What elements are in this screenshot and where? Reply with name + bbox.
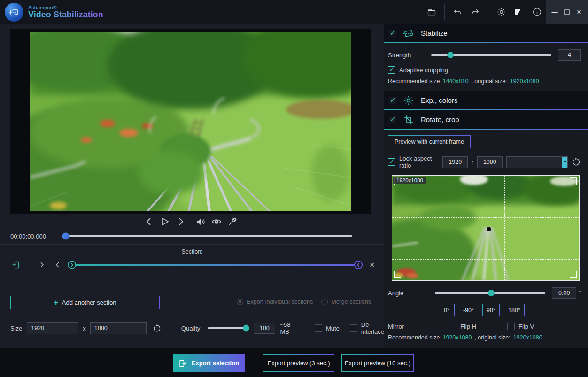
angle-slider[interactable] — [435, 292, 545, 294]
section-nudge-back[interactable] — [53, 260, 63, 270]
settings-gear-icon[interactable] — [492, 0, 510, 24]
strength-row: Strength — [388, 49, 581, 61]
rotate-minus90-button[interactable]: -90° — [459, 304, 478, 316]
recommended-size-link[interactable]: 1920x1080 — [442, 334, 472, 341]
lock-aspect-checkbox[interactable]: Lock aspect ratio — [388, 155, 439, 169]
section-nudge-forward[interactable] — [37, 260, 47, 270]
ratio-width-field[interactable] — [442, 156, 468, 168]
stabilize-section-header[interactable]: Stabilize — [384, 24, 588, 42]
section-label: Section: — [0, 248, 384, 255]
crop-icon — [402, 114, 415, 125]
close-icon[interactable]: ✕ — [573, 0, 585, 24]
section-start-handle[interactable]: ❯ — [68, 261, 76, 269]
info-icon[interactable] — [528, 0, 546, 24]
rotate-180-button[interactable]: 180° — [504, 304, 525, 316]
stabilize-enabled-checkbox[interactable] — [389, 30, 396, 37]
width-field[interactable] — [27, 322, 78, 334]
size-separator: x — [83, 325, 86, 332]
redo-icon[interactable] — [466, 0, 484, 24]
output-settings-row: Size x Quality ~58 MB Mute De-interlace — [0, 321, 384, 335]
checkbox-icon — [449, 323, 456, 330]
titlebar: Ashampoo® Video Stabilization — [0, 0, 588, 24]
app-window: Ashampoo® Video Stabilization — [0, 0, 588, 377]
ratio-height-field[interactable] — [477, 156, 503, 168]
strength-slider[interactable] — [431, 54, 551, 56]
app-logo: Ashampoo® Video Stabilization — [0, 3, 103, 22]
aspect-preset-dropdown[interactable] — [506, 156, 568, 168]
reset-aspect-icon[interactable] — [572, 157, 581, 167]
rotate-90-button[interactable]: 90° — [482, 304, 500, 316]
exp-colors-enabled-checkbox[interactable] — [389, 97, 396, 104]
crop-preview[interactable]: 1920x1080 — [392, 175, 580, 281]
export-selection-button[interactable]: Export selection — [173, 354, 245, 372]
mute-checkbox[interactable]: Mute — [315, 324, 340, 332]
export-preview-3-button[interactable]: Export preview (3 sec.) — [263, 354, 334, 372]
preview-panel: 00:00:00.000 Section: — [0, 24, 384, 348]
folder-icon[interactable] — [423, 0, 441, 24]
original-size-link[interactable]: 1920x1080 — [513, 334, 542, 341]
strength-value-field[interactable] — [558, 49, 581, 61]
original-size-link[interactable]: 1920x1080 — [510, 78, 539, 85]
stabilize-recommended-row: Recommended size 1440x810 , original siz… — [388, 78, 581, 85]
recommended-size-label: Recommended size — [388, 334, 440, 341]
app-title: Video Stabilization — [28, 10, 103, 19]
add-section-button[interactable]: + Add another section — [10, 296, 160, 309]
rotate-crop-enabled-checkbox[interactable] — [389, 116, 396, 123]
deinterlace-checkbox[interactable]: De-interlace — [350, 321, 384, 335]
export-preview-10-button[interactable]: Export preview (10 sec.) — [341, 354, 414, 372]
checkbox-icon — [350, 324, 357, 332]
rotate-0-button[interactable]: 0° — [439, 304, 455, 316]
recommended-size-link[interactable]: 1440x810 — [442, 78, 468, 85]
checkbox-icon — [388, 158, 395, 166]
undo-icon[interactable] — [449, 0, 466, 24]
quality-slider[interactable] — [208, 327, 248, 329]
theme-toggle-icon[interactable] — [510, 0, 528, 24]
radio-merge-sections[interactable]: Merge sections — [321, 299, 371, 305]
timeline-slider[interactable] — [63, 235, 352, 237]
flip-v-checkbox[interactable]: Flip V — [507, 323, 555, 330]
flip-h-checkbox[interactable]: Flip H — [449, 323, 497, 330]
app-logo-icon — [5, 3, 23, 22]
timeline-row: 00:00:00.000 — [0, 229, 384, 243]
section-mode-radios: Export individual sections Merge section… — [237, 299, 371, 305]
video-stage — [10, 29, 371, 214]
video-preview[interactable] — [30, 32, 351, 211]
dropdown-caret-icon[interactable] — [562, 157, 567, 168]
toolbar-separator — [444, 4, 445, 20]
playback-controls — [10, 214, 371, 230]
rotate-crop-title: Rotate, crop — [421, 115, 459, 123]
maximize-icon[interactable] — [561, 0, 573, 24]
section-range-slider[interactable]: ❯ ❮ — [68, 261, 363, 269]
strength-thumb[interactable] — [447, 52, 454, 58]
exp-colors-section-header[interactable]: Exp., colors — [384, 91, 588, 109]
step-forward-icon[interactable] — [175, 215, 187, 228]
quality-label: Quality — [181, 325, 200, 332]
step-back-icon[interactable] — [143, 215, 155, 228]
radio-export-individual[interactable]: Export individual sections — [237, 299, 313, 305]
reset-size-icon[interactable] — [153, 324, 162, 333]
export-bar: Export selection Export preview (3 sec.)… — [0, 348, 588, 377]
section-remove-icon[interactable]: ✕ — [369, 261, 375, 269]
original-size-label: , original size: — [474, 334, 510, 341]
section-icon — [11, 260, 21, 270]
wrench-icon[interactable] — [226, 215, 239, 228]
rotation-buttons: 0° -90° 90° 180° — [439, 304, 581, 316]
checkbox-icon — [507, 323, 515, 330]
minimize-icon[interactable]: — — [549, 0, 561, 24]
volume-icon[interactable] — [194, 215, 207, 228]
height-field[interactable] — [90, 322, 147, 334]
mirror-label: Mirror — [388, 323, 425, 330]
adaptive-cropping-checkbox[interactable]: Adaptive cropping — [388, 66, 581, 74]
angle-value-field[interactable] — [552, 287, 576, 299]
crop-size-badge: 1920x1080 — [393, 177, 426, 184]
eye-icon[interactable] — [210, 215, 223, 228]
timeline-thumb[interactable] — [62, 233, 70, 240]
quality-thumb[interactable] — [243, 325, 249, 332]
section-end-handle[interactable]: ❮ — [354, 261, 363, 269]
quality-field[interactable] — [254, 323, 275, 334]
play-icon[interactable] — [159, 215, 171, 228]
angle-thumb[interactable] — [488, 290, 495, 296]
settings-panel: Stabilize Strength Adaptive cropping Rec… — [384, 24, 588, 348]
preview-current-frame-button[interactable]: Preview with current frame — [388, 135, 471, 148]
rotate-crop-section-header[interactable]: Rotate, crop — [384, 110, 588, 129]
